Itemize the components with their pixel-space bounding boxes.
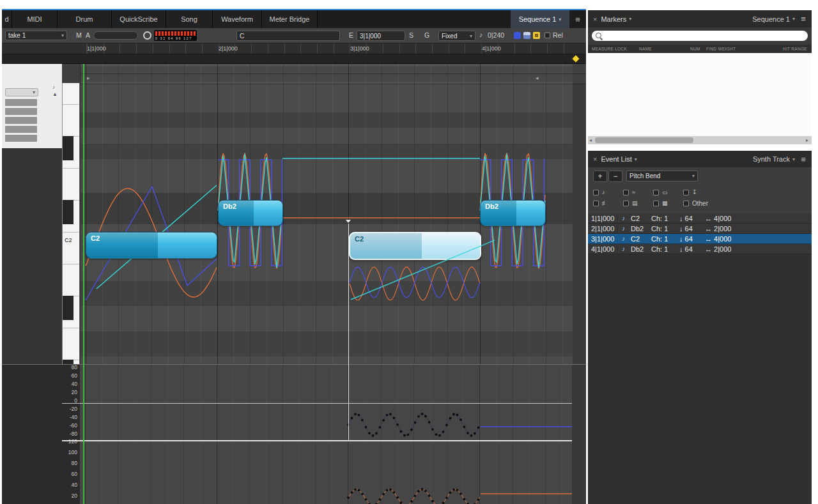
tab-menu-icon[interactable]: ≡ (569, 10, 586, 28)
del*ete-event-button[interactable]: − (608, 171, 622, 182)
filter-checkbox[interactable] (623, 190, 629, 195)
scroll-right-icon[interactable]: ▸ (806, 137, 808, 143)
pitch-bend-dot (474, 432, 476, 435)
track-mini-row[interactable] (5, 108, 37, 115)
event-list-title[interactable]: Event List (601, 155, 631, 163)
track-mini-row[interactable] (5, 135, 37, 142)
filter-checkbox[interactable] (593, 190, 599, 195)
event-row[interactable]: 2|1|000♪Db2Ch: 1↓ 64↔ 2|000 (588, 224, 812, 234)
tab-meter-bridge[interactable]: Meter Bridge (262, 10, 318, 28)
markers-column-label[interactable]: MEASURE LOCK (592, 47, 627, 51)
note-icon: ♪ (622, 235, 631, 242)
markers-sequence-selector[interactable]: Sequence 1 (752, 15, 790, 23)
controller-curves-overlay (81, 64, 586, 364)
pitch-bend-dot (382, 419, 385, 422)
filter-checkbox[interactable] (653, 201, 659, 206)
filter-checkbox[interactable] (683, 190, 689, 195)
event-list-menu-icon[interactable]: ≡ (795, 155, 812, 164)
color-swatch-slate[interactable] (523, 32, 530, 39)
rel-checkbox[interactable] (544, 33, 550, 38)
event-row[interactable]: 1|1|000♪C2Ch: 1↓ 64↔ 4|000 (588, 213, 812, 224)
tab-midi[interactable]: MIDI (12, 10, 58, 28)
scroll-thumb[interactable] (595, 137, 693, 143)
counter-field[interactable]: 3|1|000 (357, 31, 405, 41)
arm-field[interactable] (93, 31, 138, 40)
pitch-bend-dot (428, 421, 431, 424)
search-input[interactable] (592, 31, 808, 41)
take-selector[interactable]: take 1 ▾ (5, 31, 67, 40)
tab-d[interactable]: d (2, 10, 12, 28)
arm-label[interactable]: A (86, 31, 90, 39)
lane1-scale-label: 20 (52, 390, 77, 395)
marker-flag[interactable] (572, 55, 579, 62)
loop-start-arrow[interactable]: ▸ (87, 75, 90, 81)
color-swatch-yellow[interactable] (533, 32, 540, 39)
edit-cursor-handle[interactable] (346, 220, 351, 223)
mute-button[interactable]: M (76, 31, 82, 39)
piano-keyboard[interactable]: C2 (62, 83, 80, 364)
loop-end-arrow[interactable]: ◂ (536, 75, 539, 81)
event-channel: Ch: 1 (651, 215, 679, 222)
insert-event-button[interactable]: + (593, 171, 607, 182)
pitch-bend-dot (372, 434, 374, 437)
marker-strip[interactable] (2, 54, 586, 64)
edit-cursor[interactable] (348, 224, 349, 441)
lane-curves (80, 364, 586, 504)
pitch-bend-dot (477, 498, 480, 501)
tab-quickscribe[interactable]: QuickScribe (112, 10, 166, 28)
filter-type-icon: ≈ (632, 190, 635, 195)
black-key[interactable] (63, 360, 73, 364)
note-duration-icon[interactable]: ♪ (479, 31, 482, 38)
track-mini-selector[interactable]: ▾ (5, 88, 38, 96)
markers-title[interactable]: Markers (601, 15, 626, 23)
timeline-ruler[interactable]: 1|1|0002|1|0003|1|0004|1|000 (2, 43, 586, 54)
track-mini-row[interactable] (5, 117, 37, 124)
black-key[interactable] (63, 136, 73, 160)
markers-menu-icon[interactable]: ≡ (795, 14, 812, 24)
solo-button[interactable]: S (409, 31, 413, 39)
view-selector[interactable]: Pitch Bend ▾ (626, 171, 698, 181)
event-filter: ▦ (653, 200, 668, 207)
color-swatch-blue[interactable] (514, 32, 521, 39)
grid-button[interactable]: G (424, 31, 429, 39)
markers-column-label[interactable]: NUM (690, 47, 700, 51)
playhead[interactable] (83, 64, 84, 504)
sequence-selector[interactable]: Sequence 1 ▾ (511, 10, 569, 28)
markers-hscrollbar[interactable]: ◂ ▸ (588, 136, 812, 144)
event-time: 4|1|000 (591, 245, 622, 253)
pitch-bend-dot (354, 488, 357, 491)
event-row[interactable]: 4|1|000♪Db2Ch: 1↓ 64↔ 2|000 (588, 244, 812, 254)
filter-checkbox[interactable] (683, 201, 689, 206)
markers-list-body[interactable] (588, 53, 812, 136)
black-key[interactable] (63, 296, 73, 320)
zoom-tool-icon[interactable]: ▲ (52, 92, 58, 97)
zoom-tool-icon[interactable]: ♪ (52, 85, 55, 90)
scroll-left-icon[interactable]: ◂ (589, 137, 592, 143)
controller-lanes[interactable] (80, 364, 586, 504)
markers-column-label[interactable]: FIND WEIGHT (706, 47, 736, 51)
track-mini-row[interactable] (5, 99, 37, 106)
pitch-bend-dot (445, 496, 448, 499)
pitch-bend-dot (389, 488, 392, 491)
chord-field[interactable]: C (236, 31, 340, 41)
filter-checkbox[interactable] (653, 190, 659, 195)
markers-column-label[interactable]: HIT RANGE (783, 47, 807, 51)
pitch-bend-dot (375, 432, 378, 435)
track-mini-row[interactable] (5, 126, 37, 133)
event-row-selected[interactable]: 3|1|000♪C2Ch: 1↓ 64↔ 4|000 (588, 234, 812, 244)
tab-drum[interactable]: Drum (58, 10, 112, 28)
midi-grid[interactable]: C2Db2C2Db2 ▸ ◂ (80, 64, 586, 364)
tab-waveform[interactable]: Waveform (213, 10, 262, 28)
close-icon[interactable]: × (593, 155, 597, 163)
track-selector[interactable]: Synth Track (753, 155, 790, 163)
filter-checkbox[interactable] (623, 201, 629, 206)
black-key[interactable] (63, 200, 73, 224)
pitch-bend-dot (477, 426, 480, 429)
markers-column-label[interactable]: NAME (639, 47, 652, 51)
knob[interactable] (143, 31, 151, 40)
lane2-scale-label: 60 (52, 471, 77, 477)
filter-checkbox[interactable] (593, 201, 599, 206)
tab-song[interactable]: Song (166, 10, 213, 28)
grid-mode-selector[interactable]: Fixed ▾ (438, 31, 475, 41)
close-icon[interactable]: × (593, 15, 597, 23)
